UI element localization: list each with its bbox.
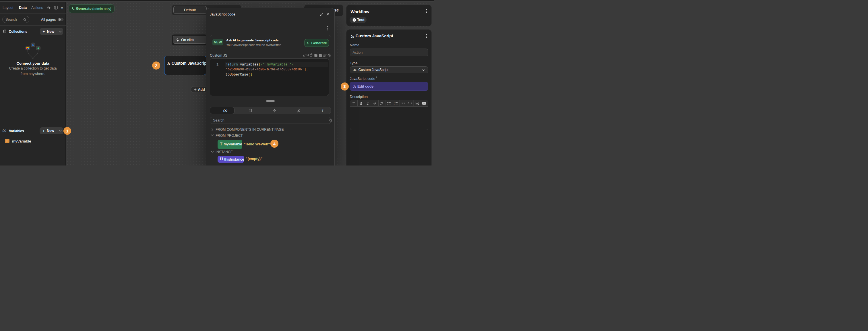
svg-text:2: 2 <box>394 104 394 105</box>
svg-text:X: X <box>32 43 34 47</box>
svg-text:1: 1 <box>394 102 394 103</box>
